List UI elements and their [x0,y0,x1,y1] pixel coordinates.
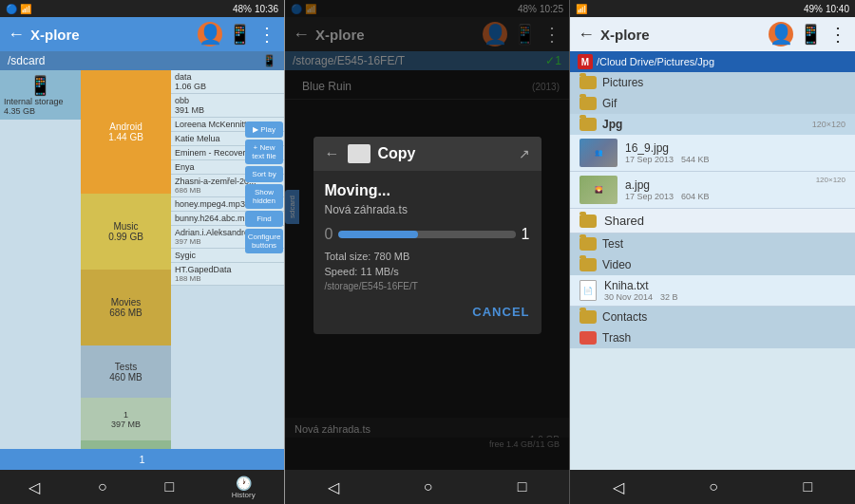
back-button-1[interactable]: ← [8,25,25,45]
recent-nav-1[interactable]: □ [164,478,174,495]
menu-icon-1[interactable]: ⋮ [257,23,276,46]
configure-buttons-button[interactable]: Configure buttons [245,229,283,253]
status-bar-1: 🔵 📶 48% 10:36 [0,0,284,17]
gif-folder[interactable]: Gif [570,93,855,114]
item1-block[interactable]: 1 397 MB [81,398,171,440]
recent-nav-2[interactable]: □ [518,478,527,495]
contacts-folder[interactable]: Contacts [570,307,855,327]
fileinfo-a: a.jpg 17 Sep 2013 604 KB [625,178,808,201]
trash-folder-icon [580,331,597,345]
copy-dialog-back[interactable]: ← [325,145,340,162]
status-icons-right-3: 49% 10:40 [804,4,849,14]
show-hidden-button[interactable]: Show hidden [245,184,283,209]
expand-icon[interactable]: ↗ [519,146,530,161]
toolbar-1: ← X-plore 👤 📱 ⋮ [0,17,284,51]
view-icon-1[interactable]: 📱 [228,23,252,46]
android-block[interactable]: Android 1.44 GB [81,70,171,194]
path-text-3: /Cloud Drive/Pictures/Jpg [597,56,714,67]
status-icons-right-1: 48% 10:36 [233,4,278,14]
trash-folder[interactable]: Trash [570,327,855,348]
movies-block[interactable]: Movies 686 MB [81,270,171,345]
battery-text-1: 48% [233,4,252,14]
cancel-button[interactable]: CANCEL [472,305,529,319]
internal-storage-block[interactable]: 📱 Internal storage 4.35 GB [0,70,81,120]
music-label: Music [113,221,138,232]
panel-3: 📶 49% 10:40 ← X-plore 👤 📱 ⋮ M /Cloud Dri… [570,0,855,504]
gif-folder-icon [580,97,597,110]
file-item-9[interactable]: HT.GapedData 188 MB [171,263,284,286]
back-button-3[interactable]: ← [578,25,595,45]
filesize-kniha: 32 B [660,292,678,302]
gif-label: Gif [602,97,617,110]
menu-icon-3[interactable]: ⋮ [828,23,847,46]
filesize-16-9: 544 KB [681,155,710,164]
home-nav-1[interactable]: ○ [98,478,107,495]
fileinfo-kniha: Kniha.txt 30 Nov 2014 32 B [604,279,846,302]
back-nav-3[interactable]: ◁ [613,478,624,496]
filedate-16-9: 17 Sep 2013 [625,155,674,164]
recent-nav-3[interactable]: □ [804,478,813,495]
home-nav-3[interactable]: ○ [709,478,718,495]
home-nav-2[interactable]: ○ [424,478,433,495]
video-folder[interactable]: Video [570,254,855,275]
panel-1: 🔵 📶 48% 10:36 ← X-plore 👤 📱 ⋮ /sdcard 📱 … [0,0,285,504]
panel-2: 🔵 📶 48% 10:25 ← X-plore 👤 📱 ⋮ /storage/E… [285,0,570,504]
battery-text-3: 49% [804,4,823,14]
obb-label: obb [175,96,280,105]
copy-dialog-titlebar: ← Copy ↗ [314,137,542,171]
find-button[interactable]: Find [245,211,283,227]
test-folder[interactable]: Test [570,233,855,254]
file-row-a[interactable]: 🌄 a.jpg 17 Sep 2013 604 KB 120×120 [570,172,855,209]
fileinfo-16-9: 16_9.jpg 17 Sep 2013 544 KB [625,141,846,164]
android-size: 1.44 GB [108,132,143,142]
progress-to: 1 [522,226,530,243]
back-nav-2[interactable]: ◁ [328,478,339,496]
destination-label: /storage/E545-16FE/T [325,281,530,291]
back-nav-1[interactable]: ◁ [28,478,40,496]
data-label: data [175,72,280,82]
time-3: 10:40 [826,4,849,14]
play-button[interactable]: ▶ Play [245,121,283,138]
test-label: Test [602,237,623,251]
progress-from: 0 [325,226,333,243]
bottom-nav-2: ◁ ○ □ [285,470,569,504]
tests-block[interactable]: Tests 460 MB [81,345,171,398]
page-indicator-1: 1 [0,449,284,470]
new-text-file-button[interactable]: + New text file [245,140,283,164]
thumb-16-9: 👥 [580,139,618,167]
jpg-folder[interactable]: Jpg 120×120 [570,114,855,135]
file-row-kniha[interactable]: 📄 Kniha.txt 30 Nov 2014 32 B [570,275,855,307]
contacts-label: Contacts [602,310,647,324]
progress-container: 0 1 [325,226,530,243]
obb-item[interactable]: obb 391 MB [171,94,284,118]
sort-by-button[interactable]: Sort by [245,166,283,182]
filename-a: a.jpg [625,178,808,192]
main-content-1: LAN 📱 Internal storage 4.35 GB Android 1… [0,70,284,449]
signal-icon: 📶 [20,4,31,14]
history-btn[interactable]: 🕐 History [232,476,256,499]
kniha-icon: 📄 [580,280,597,301]
total-size-label: Total size: 780 MB [325,251,530,262]
pictures-folder[interactable]: Pictures [570,72,855,93]
view-icon-3[interactable]: 📱 [799,23,823,46]
cancel-button-container: CANCEL [325,301,530,323]
shared-folder[interactable]: Shared [570,209,855,233]
a-thumb-size: 120×120 [816,176,846,184]
music-block[interactable]: Music 0.99 GB [81,194,171,270]
android-label: Android [109,121,142,132]
copy-dialog: ← Copy ↗ Moving... Nová záhrada.ts 0 1 T… [314,137,542,334]
filedate-kniha: 30 Nov 2014 [604,292,653,302]
app-title-3: X-plore [600,27,763,43]
item1-size: 397 MB [111,420,141,429]
progress-track [338,231,515,238]
thumb-a: 🌄 [580,176,618,204]
video-label: Video [602,258,631,271]
signal-icon-3: 📶 [576,4,587,14]
bottom-nav-3: ◁ ○ □ [570,470,855,504]
bluetooth-icon: 🔵 [6,4,17,14]
file-row-16-9[interactable]: 👥 16_9.jpg 17 Sep 2013 544 KB [570,135,855,172]
page-num-1: 1 [139,454,144,465]
data-item[interactable]: data 1.06 GB [171,70,284,94]
path-bar-1: /sdcard 📱 [0,51,284,70]
filesize-a: 604 KB [681,192,710,201]
